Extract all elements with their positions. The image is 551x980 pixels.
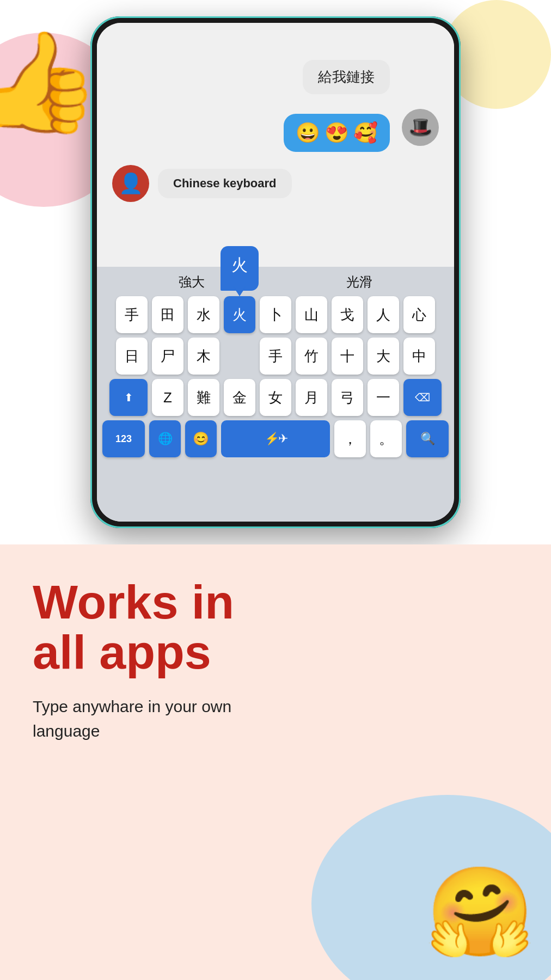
key-popup: 火 <box>221 246 259 284</box>
emoji-message-bubble: 😀 😍 🥰 <box>284 114 390 152</box>
message-bubble-top: 給我鏈接 <box>303 60 390 94</box>
key-backspace[interactable]: ⌫ <box>403 379 442 416</box>
key-row-bottom: 123 🌐 😊 ⚡✈ ， 。 🔍 <box>102 420 449 457</box>
candidate-1[interactable]: 強大 <box>179 273 205 291</box>
key-手[interactable]: 手 <box>116 296 148 333</box>
key-emoji[interactable]: 😊 <box>185 420 217 457</box>
candidate-2[interactable]: 光滑 <box>346 273 372 291</box>
keyboard-area: 強大 光滑 手 田 水 火 火 卜 <box>97 267 454 522</box>
key-popup-arrow <box>233 284 246 296</box>
key-row-2: 日 尸 木 手 竹 十 大 中 <box>102 338 449 375</box>
key-spacebar[interactable]: ⚡✈ <box>221 420 330 457</box>
avatar-left: 👤 <box>112 165 149 202</box>
key-十[interactable]: 十 <box>332 338 363 375</box>
key-fire-active[interactable]: 火 火 <box>224 296 255 333</box>
key-山[interactable]: 山 <box>296 296 327 333</box>
spacebar-icon: ⚡✈ <box>265 432 287 446</box>
chat-area: 給我鏈接 🎩 😀 😍 🥰 <box>97 38 454 267</box>
key-period[interactable]: 。 <box>370 420 402 457</box>
key-手2[interactable]: 手 <box>260 338 291 375</box>
emoji-3: 🥰 <box>353 121 378 144</box>
key-水[interactable]: 水 <box>188 296 219 333</box>
key-shift[interactable]: ⬆ <box>109 379 148 416</box>
emoji-2: 😍 <box>325 121 349 144</box>
avatar-right: 🎩 <box>402 109 439 146</box>
emoji-1: 😀 <box>296 121 320 144</box>
key-尸[interactable]: 尸 <box>152 338 183 375</box>
key-金[interactable]: 金 <box>224 379 255 416</box>
phone-screen: 給我鏈接 🎩 😀 😍 🥰 <box>97 23 454 522</box>
key-月[interactable]: 月 <box>296 379 327 416</box>
key-globe[interactable]: 🌐 <box>149 420 181 457</box>
key-comma[interactable]: ， <box>334 420 366 457</box>
subtext: Type anywhare in your own language <box>33 694 272 743</box>
key-女[interactable]: 女 <box>260 379 291 416</box>
key-中[interactable]: 中 <box>403 338 435 375</box>
thumbs-up-emoji: 👍 <box>0 33 101 131</box>
phone-frame: 給我鏈接 🎩 😀 😍 🥰 <box>90 16 461 528</box>
key-難[interactable]: 難 <box>188 379 219 416</box>
key-戈[interactable]: 戈 <box>332 296 363 333</box>
headline: Works in all apps <box>33 577 294 678</box>
key-木[interactable]: 木 <box>188 338 219 375</box>
top-section: 👍 給我鏈接 🎩 � <box>0 0 551 544</box>
key-日[interactable]: 日 <box>116 338 148 375</box>
message-bubble-bottom: Chinese keyboard <box>158 169 292 198</box>
key-弓[interactable]: 弓 <box>332 379 363 416</box>
bottom-emoji: 🤗 <box>426 861 535 964</box>
key-竹[interactable]: 竹 <box>296 338 327 375</box>
key-row-1: 手 田 水 火 火 卜 山 戈 人 心 <box>102 296 449 333</box>
key-row-3: ⬆ Z 難 金 女 月 弓 一 ⌫ <box>102 379 449 416</box>
key-search[interactable]: 🔍 <box>406 420 449 457</box>
key-田[interactable]: 田 <box>152 296 183 333</box>
chat-bottom-row: 👤 Chinese keyboard <box>112 165 439 202</box>
status-bar <box>97 23 454 38</box>
key-人[interactable]: 人 <box>368 296 399 333</box>
key-Z[interactable]: Z <box>152 379 183 416</box>
key-卜[interactable]: 卜 <box>260 296 291 333</box>
key-123[interactable]: 123 <box>102 420 145 457</box>
phone-inner: 給我鏈接 🎩 😀 😍 🥰 <box>97 23 454 522</box>
bottom-section: Works in all apps Type anywhare in your … <box>0 544 551 980</box>
key-一[interactable]: 一 <box>368 379 399 416</box>
key-大[interactable]: 大 <box>368 338 399 375</box>
candidate-row: 強大 光滑 <box>102 273 449 291</box>
key-心[interactable]: 心 <box>403 296 435 333</box>
